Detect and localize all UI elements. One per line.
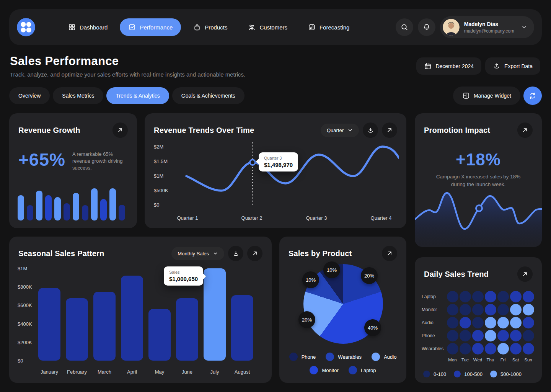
heatmap-cell: [446, 290, 459, 303]
legend-item-wearables: Wearables: [326, 353, 362, 361]
seasonal-bar-chart: [38, 268, 253, 361]
heatmap-cell: [471, 303, 484, 316]
legend-label: Monitor: [322, 368, 338, 373]
nav-item-label: Customers: [259, 24, 287, 31]
monthly-sales-select[interactable]: Monthly Sales: [171, 247, 224, 260]
heatmap-dot: [447, 304, 458, 315]
nav-item-label: Products: [205, 24, 227, 31]
daily-day-labels: MonTueWedThuFriSatSun: [446, 358, 535, 362]
promotion-impact-title: Promotion Impact: [424, 126, 490, 135]
day-label: Fri: [497, 358, 509, 362]
revenue-growth-value: +65%: [18, 149, 65, 170]
quarter-select[interactable]: Quarter: [321, 124, 359, 137]
seasonal-download-button[interactable]: [228, 246, 243, 261]
heatmap-dot: [523, 317, 534, 328]
export-data-button[interactable]: Export Data: [485, 57, 540, 75]
heatmap-cell: [459, 342, 471, 355]
promotion-impact-chart: [415, 186, 542, 247]
heatmap-row: Monitor: [422, 303, 535, 316]
heatmap-row-label: Phone: [422, 333, 446, 338]
promotion-impact-expand-button[interactable]: [517, 122, 533, 138]
seasonal-bar: [38, 288, 60, 361]
nav-item-dashboard[interactable]: Dashboard: [60, 18, 116, 36]
revenue-trends-title: Revenue Trends Over Time: [154, 126, 254, 135]
mini-bar: [119, 205, 125, 220]
bag-icon: [193, 23, 201, 31]
tab-sales-metrics[interactable]: Sales Metrics: [53, 87, 103, 104]
heatmap-dot: [447, 291, 458, 302]
heatmap-cell: [497, 290, 509, 303]
heatmap-dot: [485, 330, 496, 341]
search-icon: [400, 23, 409, 31]
profile-menu[interactable]: Madelyn Dias madelyn@company.com: [440, 16, 534, 38]
date-picker-button[interactable]: December 2024: [416, 57, 481, 75]
heatmap-dot: [460, 330, 471, 341]
mini-bar: [54, 197, 61, 220]
nav-item-customers[interactable]: Customers: [240, 18, 296, 36]
heatmap-dot: [460, 304, 471, 315]
tab-goals-achievements[interactable]: Goals & Achievements: [172, 87, 245, 104]
sales-by-product-title: Sales by Product: [289, 249, 352, 258]
day-label: Tue: [459, 358, 471, 362]
heatmap-dot: [485, 343, 496, 354]
heatmap-dot: [523, 291, 534, 302]
month-label: February: [66, 369, 88, 375]
chevron-down-icon: [213, 251, 218, 256]
y-axis-label: $800K: [18, 284, 32, 290]
mini-bar: [73, 193, 79, 220]
tab-trends-analytics[interactable]: Trends & Analytics: [106, 87, 169, 104]
top-nav: Dashboard Performance Products Custome: [9, 9, 542, 45]
daily-sales-expand-button[interactable]: [517, 266, 533, 282]
heatmap-row-label: Audio: [422, 320, 446, 325]
sales-by-product-card: Sales by Product 10% 20% 10% 20% 40% Pho…: [279, 237, 406, 383]
legend-item-audio: Audio: [372, 353, 396, 361]
heatmap-dot: [472, 317, 484, 328]
performance-icon: [128, 23, 136, 31]
profile-info: Madelyn Dias madelyn@company.com: [464, 21, 514, 34]
revenue-trends-card: Revenue Trends Over Time Quarter: [145, 113, 406, 228]
heatmap-cell: [446, 303, 459, 316]
revenue-growth-expand-button[interactable]: [112, 122, 128, 138]
heatmap-cell: [471, 316, 484, 329]
heatmap-dot: [472, 291, 484, 302]
tab-overview[interactable]: Overview: [9, 87, 50, 104]
heatmap-cell: [509, 329, 522, 342]
revenue-growth-mini-chart: [18, 187, 129, 220]
heatmap-dot: [510, 304, 522, 315]
heatmap-cell: [522, 342, 535, 355]
heatmap-dot: [497, 291, 509, 302]
heatmap-dot: [460, 343, 471, 354]
daily-legend-item: 0-100: [423, 371, 446, 377]
x-axis-label: Quarter 2: [235, 215, 269, 221]
expand-icon: [117, 127, 124, 134]
revenue-trends-expand-button[interactable]: [382, 122, 397, 138]
heatmap-dot: [497, 304, 509, 315]
refresh-button[interactable]: [523, 87, 542, 105]
bell-icon: [422, 23, 431, 31]
nav-item-forecasting[interactable]: Forecasting: [300, 18, 358, 36]
nav-item-products[interactable]: Products: [185, 18, 236, 36]
revenue-trends-download-button[interactable]: [363, 122, 378, 138]
legend-dot: [289, 353, 298, 361]
heatmap-cell: [484, 316, 497, 329]
sales-by-product-expand-button[interactable]: [382, 246, 397, 261]
seasonal-bar: [93, 292, 116, 361]
manage-widget-button[interactable]: Manage Widget: [453, 87, 520, 105]
nav-item-performance[interactable]: Performance: [120, 18, 181, 36]
download-icon: [367, 127, 374, 134]
heatmap-cell: [484, 342, 497, 355]
mini-bar: [45, 195, 52, 220]
seasonal-bar: [204, 268, 226, 361]
brand-logo[interactable]: [17, 18, 35, 36]
legend-item-phone: Phone: [289, 353, 316, 361]
seasonal-expand-button[interactable]: [247, 246, 262, 261]
heatmap-cell: [509, 290, 522, 303]
search-button[interactable]: [396, 18, 413, 36]
notifications-button[interactable]: [418, 18, 435, 36]
tab-bar-actions: Manage Widget: [453, 87, 542, 105]
daily-legend-dot: [490, 371, 497, 377]
month-label: July: [204, 369, 226, 375]
heatmap-cell: [509, 303, 522, 316]
daily-sales-trend-title: Daily Sales Trend: [424, 270, 489, 279]
mini-bar: [36, 191, 42, 220]
